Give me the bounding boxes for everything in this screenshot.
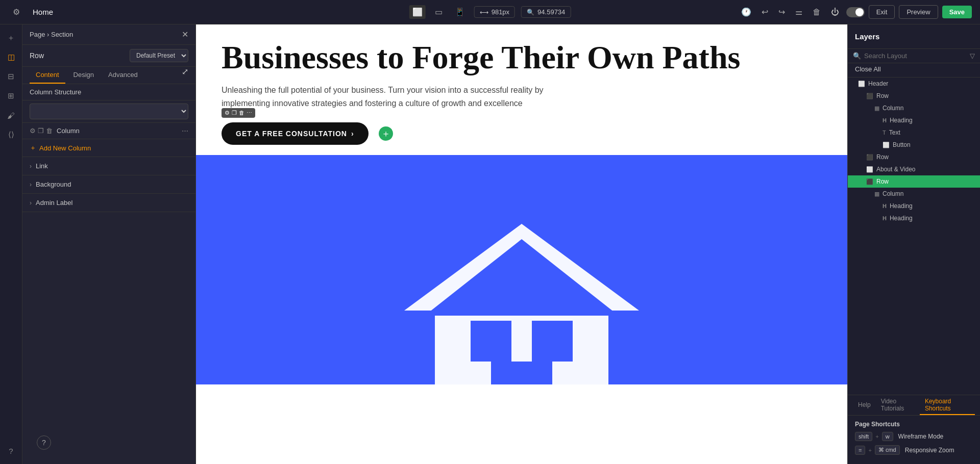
wireframe-label: Wireframe Mode xyxy=(898,433,944,440)
canvas: Businesses to Forge Their Own Paths Unle… xyxy=(196,24,847,464)
mobile-device-btn[interactable]: 📱 xyxy=(452,5,468,19)
modules-icon[interactable]: ⊞ xyxy=(3,88,19,104)
layer-label-row2: Row xyxy=(876,153,889,161)
house-illustration xyxy=(394,209,649,384)
layer-item-column1[interactable]: ▦ Column xyxy=(848,102,980,114)
header-layer-icon: ⬜ xyxy=(858,81,865,87)
layer-label-button: Button xyxy=(893,141,911,148)
preview-button[interactable]: Preview xyxy=(899,5,938,19)
keyboard-shortcuts-tab[interactable]: Keyboard Shortcuts xyxy=(920,395,975,415)
trash-icon[interactable]: 🗑 xyxy=(810,6,824,19)
cta-button[interactable]: GET A FREE CONSULTATION › xyxy=(222,122,369,145)
layer-label-about-video: About & Video xyxy=(876,166,916,173)
redo-icon[interactable]: ↪ xyxy=(775,5,788,19)
save-button[interactable]: Save xyxy=(942,6,972,18)
code-icon[interactable]: ⟨⟩ xyxy=(3,126,19,143)
layers-search-input[interactable] xyxy=(864,52,967,60)
desktop-device-btn[interactable]: ⬜ xyxy=(409,5,426,19)
shortcut-row-zoom: = + ⌘ cmd Responsive Zoom xyxy=(855,445,973,455)
theme-toggle[interactable] xyxy=(846,7,865,17)
help-tab[interactable]: Help xyxy=(853,395,876,415)
help-button[interactable]: ? xyxy=(37,435,51,450)
plus-separator-1: + xyxy=(875,433,878,440)
add-column-row[interactable]: ＋ Add New Column xyxy=(22,139,195,157)
layer-item-text[interactable]: T Text xyxy=(848,126,980,139)
layer-item-heading3[interactable]: H Heading xyxy=(848,212,980,224)
tablet-device-btn[interactable]: ▭ xyxy=(432,5,446,19)
power-icon[interactable]: ⏻ xyxy=(828,6,842,19)
video-tutorials-tab[interactable]: Video Tutorials xyxy=(876,395,920,415)
row3-layer-icon: ⬛ xyxy=(866,178,873,185)
layer-label-row3: Row xyxy=(876,178,889,185)
page-shortcuts-title: Page Shortcuts xyxy=(855,421,973,428)
exit-button[interactable]: Exit xyxy=(869,5,895,19)
column-structure-row xyxy=(22,100,195,123)
settings-icon[interactable]: ⚙ xyxy=(8,4,24,20)
cta-trash-icon[interactable]: 🗑 xyxy=(239,110,244,116)
layer-item-column2[interactable]: ▦ Column xyxy=(848,188,980,200)
column-structure-select[interactable] xyxy=(30,104,188,119)
background-section-row[interactable]: › Background xyxy=(22,175,195,194)
responsive-zoom-label: Responsive Zoom xyxy=(905,447,954,454)
tab-advanced[interactable]: Advanced xyxy=(102,67,144,84)
canvas-hero: Businesses to Forge Their Own Paths Unle… xyxy=(196,24,847,155)
layers-header: Layers xyxy=(848,24,980,49)
breadcrumb: Page › Section xyxy=(30,31,73,38)
row-label: Row xyxy=(30,51,44,60)
admin-label: Admin Label xyxy=(36,199,72,207)
canvas-cta-bar: ⚙ ❐ 🗑 ⋯ GET A FREE CONSULTATION › ＋ xyxy=(222,122,822,145)
filter-icon[interactable]: ▽ xyxy=(970,52,975,60)
heading2-layer-icon: H xyxy=(883,203,887,209)
question-icon[interactable]: ? xyxy=(3,443,19,459)
admin-label-section-row[interactable]: › Admin Label xyxy=(22,194,195,212)
shortcuts-section: Page Shortcuts shift + w Wireframe Mode … xyxy=(848,416,980,464)
layer-item-row2[interactable]: ⬛ Row xyxy=(848,151,980,163)
layer-label-heading2: Heading xyxy=(890,202,913,210)
pixel-icon: ⟷ xyxy=(480,9,488,16)
cta-copy-icon[interactable]: ❐ xyxy=(232,110,237,116)
layer-item-heading2[interactable]: H Heading xyxy=(848,200,980,212)
preset-dropdown[interactable]: Default Preset xyxy=(130,49,188,62)
col-settings-icon[interactable]: ⚙ xyxy=(30,127,36,135)
button-layer-icon: ⬜ xyxy=(883,142,890,148)
fullscreen-icon[interactable]: ⤢ xyxy=(182,67,188,84)
layer-item-row1[interactable]: ⬛ Row xyxy=(848,90,980,102)
row-bar: Row Default Preset xyxy=(22,45,195,67)
column-label: Column xyxy=(57,127,178,135)
layer-item-heading1[interactable]: H Heading xyxy=(848,114,980,126)
responsive-icon[interactable]: ⚌ xyxy=(792,5,805,19)
main-layout: ＋ ◫ ⊟ ⊞ 🖌 ⟨⟩ ? Page › Section ✕ Row Defa… xyxy=(0,24,980,464)
layer-item-button[interactable]: ⬜ Button xyxy=(848,139,980,151)
background-chevron: › xyxy=(30,181,32,188)
add-element-icon[interactable]: ＋ xyxy=(3,30,19,46)
undo-icon[interactable]: ↩ xyxy=(758,5,771,19)
heading3-layer-icon: H xyxy=(883,215,887,221)
cta-more-icon[interactable]: ⋯ xyxy=(247,110,252,116)
layer-label-column1: Column xyxy=(883,105,903,112)
design-icon[interactable]: 🖌 xyxy=(3,107,19,123)
col-icon-group: ⚙ ❐ 🗑 xyxy=(30,127,53,135)
layer-label-row1: Row xyxy=(876,92,889,99)
cta-settings-icon[interactable]: ⚙ xyxy=(225,110,230,116)
heading1-layer-icon: H xyxy=(883,117,887,123)
structure-icon[interactable]: ◫ xyxy=(3,49,19,65)
canvas-content: Businesses to Forge Their Own Paths Unle… xyxy=(196,24,847,464)
layout-icon[interactable]: ⊟ xyxy=(3,68,19,85)
layer-item-row3[interactable]: ⬛ Row xyxy=(848,175,980,188)
svg-rect-3 xyxy=(532,321,573,362)
panel-close-btn[interactable]: ✕ xyxy=(182,30,188,39)
layer-item-about-video[interactable]: ⬜ About & Video xyxy=(848,163,980,175)
tab-design[interactable]: Design xyxy=(67,67,100,84)
tab-content[interactable]: Content xyxy=(30,67,65,84)
zoom-value: 94.59734 xyxy=(537,8,565,16)
col-copy-icon[interactable]: ❐ xyxy=(38,127,44,135)
add-section-btn[interactable]: ＋ xyxy=(379,126,393,141)
svg-rect-2 xyxy=(471,321,511,362)
layer-item-header[interactable]: ⬜ Header xyxy=(848,78,980,90)
history-icon[interactable]: 🕐 xyxy=(738,5,754,19)
close-all-btn[interactable]: Close All xyxy=(848,63,980,78)
link-section-row[interactable]: › Link xyxy=(22,157,195,175)
col-delete-icon[interactable]: 🗑 xyxy=(46,127,53,135)
col-more-btn[interactable]: ⋯ xyxy=(182,127,188,135)
shift-key: shift xyxy=(855,432,872,441)
